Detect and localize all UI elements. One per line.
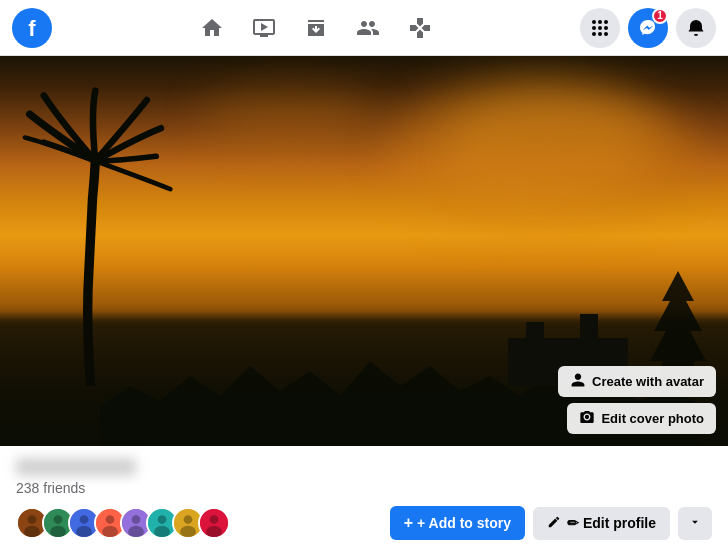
more-options-button[interactable] (678, 507, 712, 540)
svg-point-21 (106, 515, 115, 524)
nav-groups-button[interactable] (344, 4, 392, 52)
nav-center-icons (188, 4, 444, 52)
nav-gaming-button[interactable] (396, 4, 444, 52)
edit-cover-photo-button[interactable]: Edit cover photo (567, 403, 716, 434)
svg-text:f: f (28, 16, 36, 41)
svg-point-7 (604, 26, 608, 30)
nav-right-icons: 1 (580, 8, 716, 48)
nav-home-button[interactable] (188, 4, 236, 52)
svg-point-9 (598, 32, 602, 36)
svg-point-15 (54, 515, 63, 524)
add-to-story-label: + Add to story (417, 515, 511, 531)
edit-cover-photo-label: Edit cover photo (601, 411, 704, 426)
avatar-icon (570, 372, 586, 391)
add-to-story-button[interactable]: + + Add to story (390, 506, 525, 540)
svg-point-6 (598, 26, 602, 30)
svg-point-3 (598, 20, 602, 24)
profile-action-buttons: + + Add to story ✏ Edit profile (390, 506, 712, 540)
svg-point-5 (592, 26, 596, 30)
profile-section: 238 friends (0, 446, 728, 546)
friends-count: 238 friends (16, 480, 712, 496)
palm-tree-silhouette (20, 86, 180, 386)
edit-profile-label: ✏ Edit profile (567, 515, 656, 531)
friend-avatars (16, 507, 230, 539)
plus-icon: + (404, 514, 413, 532)
svg-point-27 (158, 515, 167, 524)
create-with-avatar-button[interactable]: Create with avatar (558, 366, 716, 397)
cover-photo-container: Create with avatar Edit cover photo (0, 56, 728, 446)
pencil-icon (547, 515, 561, 532)
profile-bottom-row: + + Add to story ✏ Edit profile (16, 506, 712, 546)
edit-profile-button[interactable]: ✏ Edit profile (533, 507, 670, 540)
friend-avatar-8 (198, 507, 230, 539)
chevron-down-icon (688, 516, 702, 532)
nav-grid-menu-button[interactable] (580, 8, 620, 48)
svg-point-18 (80, 515, 89, 524)
nav-messenger-button[interactable]: 1 (628, 8, 668, 48)
messenger-badge: 1 (652, 8, 668, 24)
svg-point-2 (592, 20, 596, 24)
nav-marketplace-button[interactable] (292, 4, 340, 52)
nav-video-button[interactable] (240, 4, 288, 52)
camera-icon (579, 409, 595, 428)
svg-point-8 (592, 32, 596, 36)
nav-notifications-button[interactable] (676, 8, 716, 48)
svg-point-10 (604, 32, 608, 36)
svg-point-4 (604, 20, 608, 24)
svg-point-33 (210, 515, 219, 524)
svg-point-24 (132, 515, 141, 524)
cover-photo-actions: Create with avatar Edit cover photo (558, 366, 716, 434)
create-with-avatar-label: Create with avatar (592, 374, 704, 389)
profile-name-blurred (16, 458, 136, 476)
svg-point-12 (28, 515, 37, 524)
facebook-logo: f (12, 8, 52, 48)
top-navigation: f (0, 0, 728, 56)
svg-point-30 (184, 515, 193, 524)
